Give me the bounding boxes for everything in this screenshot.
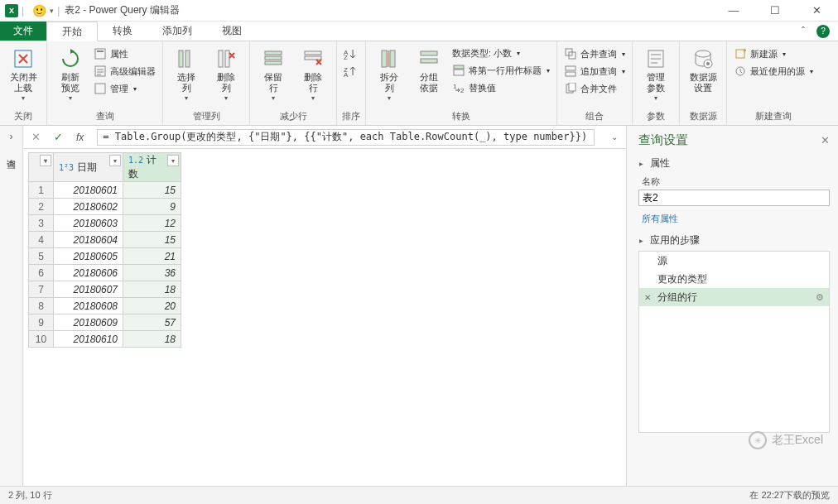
expand-formula-icon[interactable]: ⌄ <box>608 132 621 142</box>
choose-columns-button[interactable]: 选择 列▾ <box>168 45 205 102</box>
recent-sources-button[interactable]: 最近使用的源▾ <box>732 64 815 79</box>
append-queries-button[interactable]: 追加查询▾ <box>562 64 627 79</box>
refresh-preview-button[interactable]: 刷新 预览▾ <box>52 45 89 102</box>
group-by-button[interactable]: 分组 依据 <box>411 45 447 94</box>
table-row[interactable]: 4 20180604 15 <box>29 232 181 248</box>
applied-step[interactable]: 分组的行⚙ <box>639 288 829 306</box>
data-grid[interactable]: ▾ 1²3日期▾ 1.2计数▾ 1 20180601 152 20180602 … <box>23 149 626 486</box>
cell-count[interactable]: 36 <box>123 265 181 281</box>
cell-date[interactable]: 20180606 <box>54 265 123 281</box>
tab-transform[interactable]: 转换 <box>98 22 147 41</box>
tab-home[interactable]: 开始 <box>46 22 98 41</box>
commit-formula-icon[interactable]: ✓ <box>54 131 63 143</box>
column-header-date[interactable]: 1²3日期▾ <box>54 153 123 182</box>
cell-date[interactable]: 20180604 <box>54 232 123 248</box>
minimize-button[interactable]: — <box>722 4 745 17</box>
table-row[interactable]: 9 20180609 57 <box>29 314 181 331</box>
cell-count[interactable]: 12 <box>123 215 181 232</box>
remove-rows-button[interactable]: 删除 行▾ <box>295 45 331 102</box>
properties-button[interactable]: 属性 <box>92 46 157 61</box>
applied-step[interactable]: 更改的类型 <box>639 270 829 288</box>
close-button[interactable]: ✕ <box>805 4 828 17</box>
remove-columns-button[interactable]: 删除 列▾ <box>208 45 244 102</box>
tab-file[interactable]: 文件 <box>0 22 46 41</box>
smiley-icon[interactable]: 🙂 <box>32 4 46 17</box>
table-row[interactable]: 10 20180610 18 <box>29 331 181 348</box>
help-icon[interactable]: ? <box>816 25 830 38</box>
split-column-button[interactable]: 拆分 列▾ <box>371 45 407 102</box>
cell-count[interactable]: 18 <box>123 281 181 298</box>
section-properties[interactable]: 属性 <box>638 156 830 170</box>
sort-asc-button[interactable]: AZ <box>342 46 359 61</box>
cell-date[interactable]: 20180609 <box>54 314 123 331</box>
table-row[interactable]: 8 20180608 20 <box>29 298 181 314</box>
row-header[interactable]: 2 <box>29 199 54 215</box>
row-header[interactable]: 9 <box>29 314 54 331</box>
datasource-settings-button[interactable]: 数据源 设置 <box>685 45 721 94</box>
row-header[interactable]: 6 <box>29 265 54 281</box>
collapse-ribbon-icon[interactable]: ˆ <box>802 26 805 37</box>
wechat-icon: ✳ <box>749 431 767 449</box>
row-header[interactable]: 5 <box>29 248 54 265</box>
combine-files-button[interactable]: 合并文件 <box>562 81 627 96</box>
row-header[interactable]: 3 <box>29 215 54 232</box>
svg-rect-9 <box>265 51 282 55</box>
replace-values-button[interactable]: 12替换值 <box>450 80 551 95</box>
cell-count[interactable]: 9 <box>123 199 181 215</box>
use-first-row-button[interactable]: 将第一行用作标题▾ <box>450 63 551 78</box>
cell-date[interactable]: 20180608 <box>54 298 123 314</box>
merge-queries-button[interactable]: 合并查询▾ <box>562 46 627 61</box>
all-properties-link[interactable]: 所有属性 <box>642 214 678 223</box>
keep-rows-button[interactable]: 保留 行▾ <box>255 45 291 102</box>
table-row[interactable]: 2 20180602 9 <box>29 199 181 215</box>
qat-dropdown[interactable]: ▾ <box>50 7 54 15</box>
tab-view[interactable]: 视图 <box>207 22 257 41</box>
queries-nav-rail[interactable]: › 查询 <box>0 126 23 486</box>
cell-date[interactable]: 20180601 <box>54 182 123 199</box>
step-settings-icon[interactable]: ⚙ <box>816 292 824 303</box>
query-name-input[interactable] <box>638 190 830 206</box>
row-header[interactable]: 8 <box>29 298 54 314</box>
maximize-button[interactable]: ☐ <box>763 4 787 17</box>
table-row[interactable]: 3 20180603 12 <box>29 215 181 232</box>
cell-date[interactable]: 20180605 <box>54 248 123 265</box>
table-row[interactable]: 7 20180607 18 <box>29 281 181 298</box>
table-row[interactable]: 1 20180601 15 <box>29 182 181 199</box>
manage-button[interactable]: 管理▾ <box>92 81 157 96</box>
tab-addcolumn[interactable]: 添加列 <box>147 22 207 41</box>
advanced-editor-button[interactable]: 高级编辑器 <box>92 64 157 79</box>
fx-icon[interactable]: fx <box>76 132 84 143</box>
table-row[interactable]: 6 20180606 36 <box>29 265 181 281</box>
cell-date[interactable]: 20180602 <box>54 199 123 215</box>
manage-parameters-button[interactable]: 管理 参数▾ <box>638 45 674 102</box>
table-row[interactable]: 5 20180605 21 <box>29 248 181 265</box>
filter-dropdown-icon[interactable]: ▾ <box>109 155 121 166</box>
row-header[interactable]: 10 <box>29 331 54 348</box>
row-header[interactable]: 1 <box>29 182 54 199</box>
cell-date[interactable]: 20180607 <box>54 281 123 298</box>
cell-count[interactable]: 18 <box>123 331 181 348</box>
formula-input[interactable]: = Table.Group(更改的类型, {"日期"}, {{"计数", eac… <box>97 129 595 146</box>
applied-step[interactable]: 源 <box>639 252 829 270</box>
sort-desc-button[interactable]: ZA <box>342 64 359 79</box>
cell-date[interactable]: 20180603 <box>54 215 123 232</box>
cell-count[interactable]: 15 <box>123 182 181 199</box>
close-pane-icon[interactable]: ✕ <box>821 134 830 146</box>
cell-count[interactable]: 20 <box>123 298 181 314</box>
select-all-corner[interactable]: ▾ <box>29 153 54 182</box>
cell-date[interactable]: 20180610 <box>54 331 123 348</box>
data-type-button[interactable]: 数据类型: 小数▾ <box>450 46 551 60</box>
section-applied-steps[interactable]: 应用的步骤 <box>638 233 830 247</box>
cell-count[interactable]: 57 <box>123 314 181 331</box>
row-header[interactable]: 4 <box>29 232 54 248</box>
expand-nav-icon[interactable]: › <box>10 131 13 142</box>
column-header-count[interactable]: 1.2计数▾ <box>123 153 181 182</box>
new-source-button[interactable]: ✶新建源▾ <box>732 46 815 61</box>
group-new-query: ✶新建源▾ 最近使用的源▾ 新建查询 <box>727 41 820 125</box>
cell-count[interactable]: 21 <box>123 248 181 265</box>
row-header[interactable]: 7 <box>29 281 54 298</box>
cell-count[interactable]: 15 <box>123 232 181 248</box>
cancel-formula-icon[interactable]: ✕ <box>31 131 41 143</box>
close-and-load-button[interactable]: 关闭并 上载▾ <box>5 45 41 102</box>
filter-dropdown-icon[interactable]: ▾ <box>167 155 179 166</box>
